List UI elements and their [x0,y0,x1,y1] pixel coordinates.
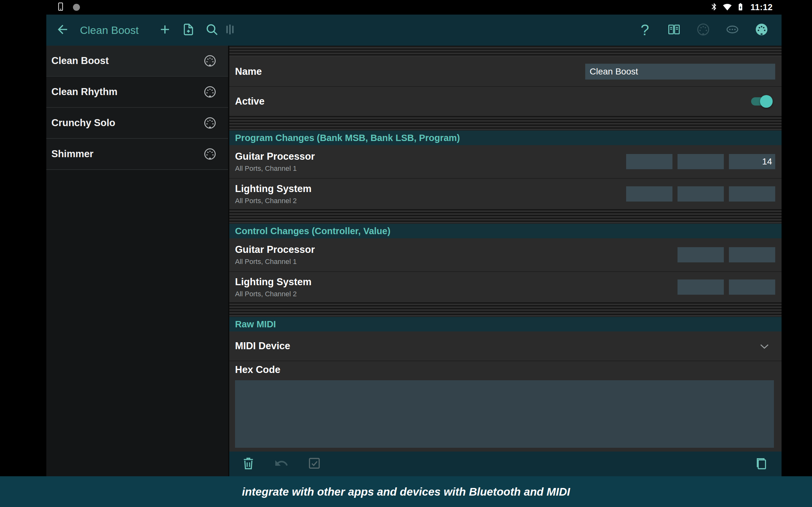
program-change-row-guitar-processor[interactable]: Guitar Processor All Ports, Channel 1 [229,145,781,178]
status-left-icons [56,2,80,13]
device-ports: All Ports, Channel 2 [235,197,311,205]
preset-label: Clean Rhythm [51,86,117,98]
bank-msb-input[interactable] [626,186,672,202]
name-row: Name [229,57,781,86]
sidebar-item-clean-boost[interactable]: Clean Boost [46,46,228,77]
undo-button[interactable] [274,456,289,471]
active-label: Active [235,96,264,107]
wifi-icon [722,2,732,13]
bank-lsb-input[interactable] [677,154,724,169]
controller-input[interactable] [677,279,724,295]
toggle-thumb [760,95,773,108]
paste-icon [754,456,768,472]
search-icon [205,22,219,38]
bottom-action-bar [229,452,781,476]
midi-connector-icon [203,54,217,67]
control-change-row-guitar-processor[interactable]: Guitar Processor All Ports, Channel 1 [229,238,781,271]
program-number-input[interactable] [729,186,775,202]
hex-code-input[interactable] [235,380,774,448]
active-toggle[interactable] [751,95,771,108]
midi-device-row[interactable]: MIDI Device [229,331,781,360]
value-input[interactable] [729,279,775,295]
device-ports: All Ports, Channel 2 [235,290,311,298]
midi-connect-button[interactable] [695,22,711,38]
toolbar-right-group: ? [637,22,781,38]
multi-select-button[interactable] [307,456,322,471]
preset-label: Shimmer [51,148,94,160]
new-file-icon [182,22,195,38]
device-name: Guitar Processor [235,244,315,256]
section-divider [229,116,781,130]
preset-detail-panel: Name Active Program Changes (Bank MSB, B… [229,46,781,476]
preset-name-input[interactable] [585,64,775,79]
paste-button[interactable] [754,456,769,471]
select-checkbox-icon [307,456,322,472]
control-changes-header: Control Changes (Controller, Value) [229,224,781,238]
pane-drag-handle[interactable] [222,22,238,38]
device-name: Lighting System [235,276,311,288]
midi-settings-button[interactable] [754,22,769,38]
preset-label: Crunchy Solo [51,117,115,129]
midi-device-label: MIDI Device [235,340,290,352]
add-icon [158,22,172,38]
control-change-row-lighting-system[interactable]: Lighting System All Ports, Channel 2 [229,272,781,302]
section-divider [229,46,781,57]
midi-monitor-button[interactable] [724,22,740,38]
bank-lsb-input[interactable] [677,186,724,202]
trash-icon [241,456,256,472]
sidebar-item-shimmer[interactable]: Shimmer [46,139,228,170]
page-title: Clean Boost [80,24,139,37]
chevron-down-icon [758,340,771,352]
midi-connector-icon [203,116,217,130]
controller-input[interactable] [677,247,724,262]
app-toolbar: Clean Boost [46,14,781,46]
hex-code-label: Hex Code [235,364,281,376]
name-label: Name [235,66,262,77]
midi-connector-icon [203,147,217,161]
back-arrow-icon [55,22,69,38]
preset-label: Clean Boost [51,55,109,66]
hex-code-label-row: Hex Code [229,362,781,377]
notification-dot-icon [73,4,80,11]
screen: 11:12 Clean Boost [0,0,812,507]
delete-button[interactable] [241,456,256,471]
value-input[interactable] [729,247,775,262]
sidebar-item-crunchy-solo[interactable]: Crunchy Solo [46,108,228,139]
display-cutout-letterbox-right [781,14,812,476]
new-file-button[interactable] [181,22,196,38]
undo-icon [274,456,289,472]
app-window: Clean Boost [46,14,781,476]
device-ports: All Ports, Channel 1 [235,164,315,173]
help-icon: ? [641,22,649,38]
active-row: Active [229,87,781,116]
midi-connector-active-icon [755,22,768,38]
manual-button[interactable] [666,22,682,38]
back-button[interactable] [55,22,70,38]
preset-sidebar: Clean Boost Clean Rhythm Crunchy Solo [46,46,229,476]
section-divider [229,209,781,224]
bank-msb-input[interactable] [626,154,672,169]
device-ports: All Ports, Channel 1 [235,258,315,266]
midi-connector-icon [696,22,710,38]
program-change-row-lighting-system[interactable]: Lighting System All Ports, Channel 2 [229,179,781,209]
section-divider [229,302,781,317]
manual-pages-icon [667,22,681,38]
raw-midi-header: Raw MIDI [229,317,781,331]
row-divider [229,360,781,361]
program-number-input[interactable] [729,154,775,169]
battery-icon [736,3,745,12]
status-right-icons: 11:12 [710,2,773,13]
drag-handle-icon [223,22,237,38]
status-bar: 11:12 [0,0,812,14]
device-name: Lighting System [235,183,311,194]
bluetooth-icon [710,3,718,12]
midi-monitor-icon [725,22,740,38]
add-preset-button[interactable] [157,22,173,38]
help-button[interactable]: ? [637,22,653,38]
search-button[interactable] [204,22,220,38]
program-changes-header: Program Changes (Bank MSB, Bank LSB, Pro… [229,130,781,145]
promo-banner-text: integrate with other apps and devices wi… [242,486,570,498]
promo-banner[interactable]: integrate with other apps and devices wi… [0,476,812,507]
sidebar-item-clean-rhythm[interactable]: Clean Rhythm [46,77,228,108]
device-name: Guitar Processor [235,151,315,162]
